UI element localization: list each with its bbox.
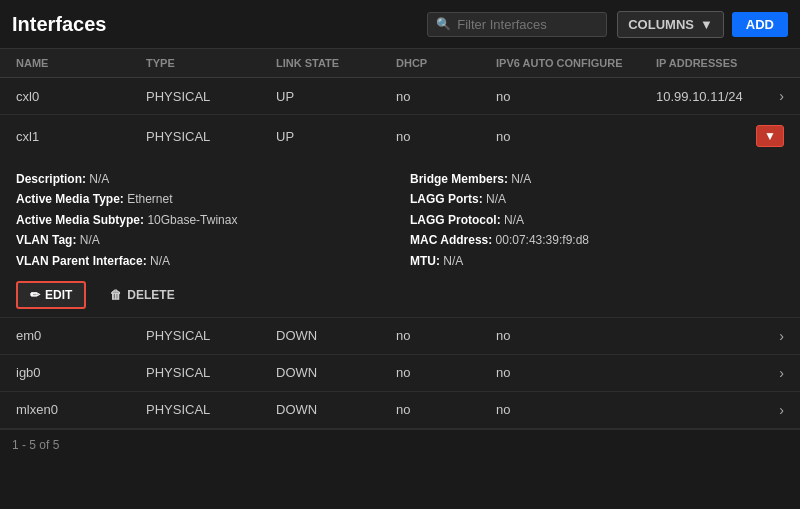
table-row[interactable]: cxl0 PHYSICAL UP no no 10.99.10.11/24 › [0, 78, 800, 115]
detail-vlan-tag: VLAN Tag: N/A [16, 230, 390, 250]
trash-icon: 🗑 [110, 288, 122, 302]
cell-link-state: DOWN [272, 402, 392, 417]
page-header: Interfaces 🔍 COLUMNS ▼ ADD [0, 0, 800, 49]
cell-dhcp: no [392, 402, 492, 417]
cell-ipv6: no [492, 89, 652, 104]
columns-button[interactable]: COLUMNS ▼ [617, 11, 724, 38]
detail-active-media-subtype: Active Media Subtype: 10Gbase-Twinax [16, 210, 390, 230]
row-expand-cell[interactable]: ▼ [752, 125, 788, 147]
chevron-right-icon: › [779, 328, 784, 344]
search-icon: 🔍 [436, 17, 451, 31]
cell-link-state: UP [272, 129, 392, 144]
cell-name: cxl1 [12, 129, 142, 144]
detail-lagg-ports: LAGG Ports: N/A [410, 189, 784, 209]
pagination-footer: 1 - 5 of 5 [0, 429, 800, 460]
cell-ipv6: no [492, 365, 652, 380]
cell-type: PHYSICAL [142, 328, 272, 343]
cell-link-state: DOWN [272, 365, 392, 380]
chevron-down-button[interactable]: ▼ [756, 125, 784, 147]
pencil-icon: ✏ [30, 288, 40, 302]
cell-ipv6: no [492, 328, 652, 343]
cell-name: cxl0 [12, 89, 142, 104]
col-ipv6: IPv6 Auto Configure [492, 57, 652, 69]
cell-link-state: UP [272, 89, 392, 104]
delete-label: DELETE [127, 288, 174, 302]
detail-vlan-parent: VLAN Parent Interface: N/A [16, 251, 390, 271]
add-button[interactable]: ADD [732, 12, 788, 37]
col-type: Type [142, 57, 272, 69]
row-expand-cell[interactable]: › [752, 328, 788, 344]
col-ip-addresses: IP Addresses [652, 57, 752, 69]
cell-type: PHYSICAL [142, 129, 272, 144]
row-expand-cell[interactable]: › [752, 88, 788, 104]
page-title: Interfaces [12, 13, 427, 36]
cell-name: em0 [12, 328, 142, 343]
filter-input[interactable] [457, 17, 598, 32]
cell-ip-addresses: 10.99.10.11/24 [652, 89, 752, 104]
edit-label: EDIT [45, 288, 72, 302]
cell-dhcp: no [392, 328, 492, 343]
cell-dhcp: no [392, 129, 492, 144]
action-buttons: ✏ EDIT 🗑 DELETE [16, 281, 784, 309]
cell-name: igb0 [12, 365, 142, 380]
table-row[interactable]: em0 PHYSICAL DOWN no no › [0, 318, 800, 355]
detail-active-media-type: Active Media Type: Ethernet [16, 189, 390, 209]
detail-mtu: MTU: N/A [410, 251, 784, 271]
pagination-text: 1 - 5 of 5 [12, 438, 59, 452]
chevron-down-icon: ▼ [700, 17, 713, 32]
chevron-right-icon: › [779, 402, 784, 418]
expanded-detail: Description: N/A Active Media Type: Ethe… [0, 157, 800, 318]
row-expand-cell[interactable]: › [752, 402, 788, 418]
cell-link-state: DOWN [272, 328, 392, 343]
table-row[interactable]: mlxen0 PHYSICAL DOWN no no › [0, 392, 800, 429]
table-row[interactable]: igb0 PHYSICAL DOWN no no › [0, 355, 800, 392]
filter-container[interactable]: 🔍 [427, 12, 607, 37]
detail-bridge-members: Bridge Members: N/A [410, 169, 784, 189]
cell-type: PHYSICAL [142, 402, 272, 417]
detail-description: Description: N/A [16, 169, 390, 189]
col-name: Name [12, 57, 142, 69]
cell-ipv6: no [492, 129, 652, 144]
columns-label: COLUMNS [628, 17, 694, 32]
table-header-row: Name Type Link State DHCP IPv6 Auto Conf… [0, 49, 800, 78]
cell-name: mlxen0 [12, 402, 142, 417]
cell-type: PHYSICAL [142, 365, 272, 380]
table-row[interactable]: cxl1 PHYSICAL UP no no ▼ [0, 115, 800, 157]
detail-mac-address: MAC Address: 00:07:43:39:f9:d8 [410, 230, 784, 250]
chevron-right-icon: › [779, 365, 784, 381]
col-link-state: Link State [272, 57, 392, 69]
cell-type: PHYSICAL [142, 89, 272, 104]
chevron-right-icon: › [779, 88, 784, 104]
cell-dhcp: no [392, 89, 492, 104]
detail-lagg-protocol: LAGG Protocol: N/A [410, 210, 784, 230]
row-expand-cell[interactable]: › [752, 365, 788, 381]
delete-button[interactable]: 🗑 DELETE [98, 281, 186, 309]
col-dhcp: DHCP [392, 57, 492, 69]
cell-dhcp: no [392, 365, 492, 380]
edit-button[interactable]: ✏ EDIT [16, 281, 86, 309]
interfaces-table: Name Type Link State DHCP IPv6 Auto Conf… [0, 49, 800, 429]
cell-ipv6: no [492, 402, 652, 417]
